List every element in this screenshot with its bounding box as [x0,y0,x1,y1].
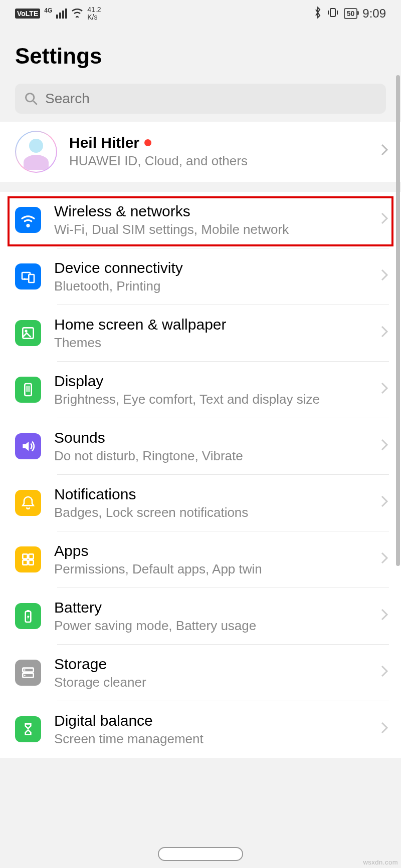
svg-rect-6 [23,328,33,339]
search-box[interactable] [15,84,386,114]
item-storage[interactable]: Storage Storage cleaner [0,645,401,701]
item-subtitle: Bluetooth, Printing [54,278,380,294]
phone-icon [15,377,41,403]
chevron-right-icon [380,721,389,738]
item-title: Sounds [54,429,380,446]
chevron-right-icon [380,438,389,455]
speed-indicator: 41.2K/s [87,6,101,22]
item-subtitle: Wi-Fi, Dual SIM settings, Mobile network [54,222,380,237]
item-digital-balance[interactable]: Digital balance Screen time management [0,701,401,758]
chevron-right-icon [380,143,389,160]
status-right: 50 9:09 [314,7,386,21]
watermark: wsxdn.com [363,858,398,866]
svg-point-19 [24,675,26,676]
status-left: VoLTE 4G 41.2K/s [15,6,101,22]
time-label: 9:09 [362,7,386,21]
svg-point-7 [25,330,27,333]
svg-rect-12 [23,560,27,565]
chevron-right-icon [380,551,389,568]
item-title: Wireless & networks [54,203,380,220]
search-input[interactable] [45,91,377,107]
devices-icon [15,263,41,290]
wifi-icon [71,8,83,20]
avatar [15,131,57,173]
hourglass-icon [15,716,41,742]
item-subtitle: Brightness, Eye comfort, Text and displa… [54,392,380,407]
item-title: Display [54,373,380,390]
item-home-screen[interactable]: Home screen & wallpaper Themes [0,305,401,362]
image-icon [15,320,41,346]
svg-rect-15 [27,610,29,612]
chevron-right-icon [380,664,389,682]
item-device-connectivity[interactable]: Device connectivity Bluetooth, Printing [0,248,401,305]
item-subtitle: Badges, Lock screen notifications [54,505,380,520]
sound-icon [15,433,41,459]
apps-icon [15,546,41,572]
item-subtitle: Do not disturb, Ringtone, Vibrate [54,448,380,464]
svg-rect-10 [23,554,27,559]
battery-icon: 50 [344,8,358,19]
svg-point-1 [26,93,34,101]
bell-icon [15,490,41,516]
item-title: Apps [54,542,380,559]
settings-list: Wireless & networks Wi-Fi, Dual SIM sett… [0,192,401,758]
account-row[interactable]: Heil Hitler HUAWEI ID, Cloud, and others [0,122,401,182]
item-title: Storage [54,656,380,673]
volte-icon: VoLTE [15,9,40,19]
search-icon [24,92,38,106]
item-notifications[interactable]: Notifications Badges, Lock screen notifi… [0,475,401,531]
chevron-right-icon [380,608,389,625]
signal-icon [56,9,67,19]
svg-rect-11 [29,554,33,559]
item-subtitle: Permissions, Default apps, App twin [54,561,380,577]
wifi-icon [15,207,41,233]
chevron-right-icon [380,494,389,512]
vibrate-icon [327,7,339,21]
svg-rect-9 [26,386,30,392]
battery-icon [15,603,41,629]
chevron-right-icon [380,268,389,285]
account-name: Heil Hitler [69,134,368,151]
bluetooth-icon [314,7,322,21]
item-display[interactable]: Display Brightness, Eye comfort, Text an… [0,362,401,418]
chevron-right-icon [380,211,389,229]
item-subtitle: Screen time management [54,731,380,747]
storage-icon [15,660,41,686]
item-sounds[interactable]: Sounds Do not disturb, Ringtone, Vibrate [0,418,401,475]
svg-line-2 [34,101,37,104]
item-apps[interactable]: Apps Permissions, Default apps, App twin [0,531,401,588]
item-title: Digital balance [54,712,380,729]
item-subtitle: Themes [54,335,380,351]
item-title: Home screen & wallpaper [54,316,380,333]
svg-point-18 [24,670,26,671]
item-title: Battery [54,599,380,616]
item-subtitle: Storage cleaner [54,675,380,690]
item-title: Notifications [54,486,380,503]
page-title: Settings [0,26,401,84]
item-subtitle: Power saving mode, Battery usage [54,618,380,634]
notification-dot-icon [144,139,151,146]
item-wireless-networks[interactable]: Wireless & networks Wi-Fi, Dual SIM sett… [0,192,401,248]
chevron-right-icon [380,325,389,342]
svg-rect-4 [29,274,34,282]
account-subtitle: HUAWEI ID, Cloud, and others [69,153,368,169]
network-4g-label: 4G [44,7,52,14]
nav-pill[interactable] [158,847,243,861]
chevron-right-icon [380,381,389,399]
status-bar: VoLTE 4G 41.2K/s 50 9:09 [0,0,401,26]
svg-point-5 [24,278,26,280]
item-battery[interactable]: Battery Power saving mode, Battery usage [0,588,401,645]
scrollbar[interactable] [396,75,400,576]
item-title: Device connectivity [54,259,380,276]
svg-rect-13 [29,560,33,565]
svg-rect-0 [330,9,335,17]
